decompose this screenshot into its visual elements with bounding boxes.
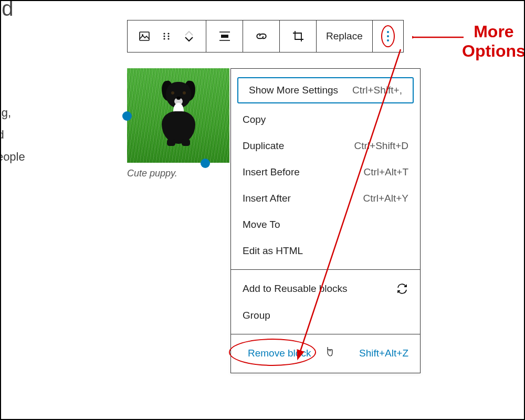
alignment-button[interactable] [206, 20, 243, 52]
image-preview[interactable] [127, 68, 229, 163]
svg-point-3 [164, 35, 165, 37]
image-block-icon[interactable] [136, 27, 153, 45]
more-vertical-icon [387, 31, 389, 41]
puppy-illustration [158, 80, 200, 153]
image-caption[interactable]: Cute puppy. [127, 168, 229, 179]
image-block[interactable]: Cute puppy. [127, 68, 229, 179]
menu-add-reusable[interactable]: Add to Reusable blocks [231, 275, 420, 302]
refresh-icon [396, 282, 408, 295]
menu-insert-after[interactable]: Insert After Ctrl+Alt+Y [231, 185, 420, 212]
resize-handle-left[interactable] [122, 111, 132, 121]
menu-item-label: Remove block [248, 348, 311, 359]
menu-item-shortcut: Ctrl+Alt+T [363, 166, 408, 178]
menu-copy[interactable]: Copy [231, 107, 420, 133]
menu-item-label: Edit as HTML [243, 245, 408, 257]
body-text-line: uch as hunting, [0, 102, 25, 124]
drag-handle-icon[interactable] [158, 27, 175, 45]
post-title-fragment: Friend [0, 0, 13, 20]
annotation-circle-more [381, 25, 395, 47]
menu-item-label: Copy [243, 114, 408, 125]
annotation-label-line: More [462, 22, 525, 41]
crop-icon [292, 30, 304, 43]
menu-item-label: Add to Reusable blocks [243, 283, 396, 295]
menu-item-shortcut: Shift+Alt+Z [359, 348, 408, 359]
menu-item-label: Insert Before [243, 166, 363, 178]
chevron-up-icon [184, 30, 194, 36]
menu-item-shortcut: Ctrl+Shift+D [354, 140, 408, 152]
menu-item-label: Group [243, 310, 408, 321]
crop-button[interactable] [280, 20, 317, 52]
menu-item-label: Move To [243, 219, 408, 230]
cursor-pointer-icon [324, 346, 334, 360]
menu-edit-as-html[interactable]: Edit as HTML [231, 238, 420, 264]
menu-move-to[interactable]: Move To [231, 212, 420, 238]
menu-remove-block[interactable]: Remove block Shift+Alt+Z [231, 334, 420, 373]
menu-group[interactable]: Group [231, 302, 420, 329]
menu-item-shortcut: Ctrl+Shift+, [352, 85, 402, 96]
chevron-down-icon [184, 36, 194, 42]
svg-rect-9 [221, 35, 228, 38]
menu-duplicate[interactable]: Duplicate Ctrl+Shift+D [231, 133, 420, 159]
annotation-arrow-more [412, 33, 465, 42]
svg-point-7 [168, 38, 170, 39]
menu-insert-before[interactable]: Insert Before Ctrl+Alt+T [231, 159, 420, 185]
block-toolbar: Replace [127, 20, 404, 52]
body-text-line: ing police and [0, 124, 25, 146]
replace-button[interactable]: Replace [317, 20, 373, 52]
svg-rect-0 [140, 32, 149, 40]
link-button[interactable] [243, 20, 280, 52]
svg-point-2 [164, 33, 165, 34]
link-icon [255, 29, 268, 43]
menu-item-label: Insert After [243, 193, 363, 204]
svg-point-4 [164, 38, 165, 39]
menu-item-label: Duplicate [243, 140, 354, 152]
more-options-button[interactable] [373, 20, 403, 52]
replace-label: Replace [326, 30, 363, 42]
more-options-menu: Show More Settings Ctrl+Shift+, Copy Dup… [230, 68, 421, 373]
annotation-label-line: Options [462, 41, 525, 61]
move-up-down[interactable] [181, 27, 197, 45]
svg-point-6 [168, 35, 170, 37]
menu-show-more-settings[interactable]: Show More Settings Ctrl+Shift+, [237, 77, 414, 103]
annotation-label: More Options [462, 22, 525, 61]
svg-point-5 [168, 33, 170, 34]
menu-item-shortcut: Ctrl+Alt+Y [363, 193, 408, 204]
menu-item-label: Show More Settings [249, 85, 352, 96]
align-icon [218, 30, 231, 43]
body-text-line: ntly, aiding people [0, 146, 25, 168]
resize-handle-bottom[interactable] [201, 159, 210, 168]
toolbar-block-meta [128, 20, 206, 52]
